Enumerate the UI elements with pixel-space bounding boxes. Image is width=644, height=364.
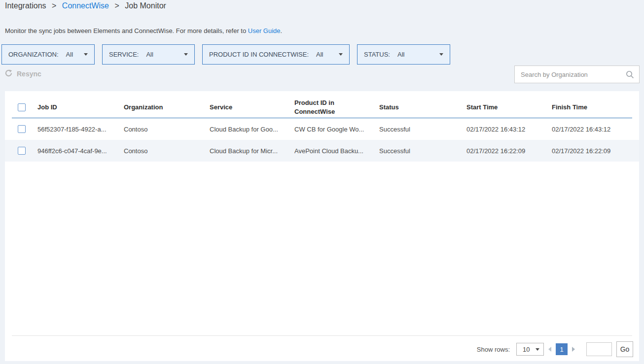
chevron-left-icon[interactable] xyxy=(548,347,551,352)
table-row: 56f52307-f185-4922-a... Contoso Cloud Ba… xyxy=(5,118,639,140)
cell-status: Successful xyxy=(379,126,466,133)
search-icon[interactable] xyxy=(626,70,634,79)
breadcrumb-connectwise-link[interactable]: ConnectWise xyxy=(62,1,109,10)
row-checkbox[interactable] xyxy=(18,147,26,155)
row-checkbox[interactable] xyxy=(18,125,26,133)
filter-service-label: SERVICE: xyxy=(109,51,139,58)
select-all-checkbox[interactable] xyxy=(18,103,26,111)
cell-service: Cloud Backup for Micr... xyxy=(210,147,294,155)
filter-status-label: STATUS: xyxy=(364,51,390,58)
show-rows-label: Show rows: xyxy=(477,346,510,353)
refresh-icon xyxy=(5,69,12,78)
cell-start-time: 02/17/2022 16:43:12 xyxy=(466,126,552,133)
cell-job-id: 946ff2c6-c047-4caf-9e... xyxy=(37,147,124,155)
filter-status[interactable]: STATUS: All xyxy=(357,44,450,65)
user-guide-link[interactable]: User Guide xyxy=(248,27,281,34)
caret-down-icon xyxy=(184,53,188,56)
page-jump-input[interactable] xyxy=(586,342,612,356)
cell-service: Cloud Backup for Goo... xyxy=(210,126,294,133)
column-header-status: Status xyxy=(379,103,466,112)
pagination-divider xyxy=(12,335,632,336)
job-table-panel: Job ID Organization Service Product ID i… xyxy=(5,91,639,361)
column-header-start-time: Start Time xyxy=(466,103,552,112)
caret-down-icon xyxy=(536,348,539,351)
resync-label: Resync xyxy=(17,70,41,78)
caret-down-icon xyxy=(439,53,443,56)
column-header-product-id-in-connectwise: Product ID in ConnectWise xyxy=(294,99,344,116)
current-page-badge[interactable]: 1 xyxy=(556,343,568,355)
search-input[interactable] xyxy=(515,71,626,78)
filter-organization-value: All xyxy=(66,51,73,58)
filter-product-id-in-connectwise[interactable]: PRODUCT ID IN CONNECTWISE: All xyxy=(202,44,350,65)
cell-job-id: 56f52307-f185-4922-a... xyxy=(37,126,124,133)
breadcrumb-job-monitor: Job Monitor xyxy=(125,1,166,10)
filter-service[interactable]: SERVICE: All xyxy=(102,44,195,65)
filter-service-value: All xyxy=(146,51,153,58)
description-text: Monitor the sync jobs between Elements a… xyxy=(5,27,248,34)
breadcrumb-integrations[interactable]: Integrations xyxy=(5,1,46,10)
filter-product-id-value: All xyxy=(316,51,323,58)
filter-organization[interactable]: ORGANIZATION: All xyxy=(1,44,95,65)
column-header-service: Service xyxy=(210,103,294,112)
column-header-finish-time: Finish Time xyxy=(552,103,632,112)
filter-product-id-label: PRODUCT ID IN CONNECTWISE: xyxy=(209,51,309,58)
go-button[interactable]: Go xyxy=(616,341,633,357)
table-header-row: Job ID Organization Service Product ID i… xyxy=(12,97,632,118)
table-row: 946ff2c6-c047-4caf-9e... Contoso Cloud B… xyxy=(5,140,639,162)
breadcrumb-separator: > xyxy=(52,1,56,10)
caret-down-icon xyxy=(84,53,88,56)
cell-organization: Contoso xyxy=(124,126,210,133)
cell-start-time: 02/17/2022 16:22:09 xyxy=(466,147,552,155)
filter-organization-label: ORGANIZATION: xyxy=(8,51,59,58)
cell-status: Successful xyxy=(379,147,466,155)
column-header-organization: Organization xyxy=(124,103,210,112)
chevron-right-icon[interactable] xyxy=(572,347,575,352)
breadcrumb-separator: > xyxy=(114,1,119,10)
description-suffix: . xyxy=(281,27,283,34)
page-description: Monitor the sync jobs between Elements a… xyxy=(5,27,282,34)
caret-down-icon xyxy=(339,53,343,56)
column-header-job-id: Job ID xyxy=(37,103,124,112)
cell-product-id-in-connectwise: CW CB for Google Wo... xyxy=(294,126,379,133)
cell-finish-time: 02/17/2022 16:43:12 xyxy=(552,126,632,133)
cell-finish-time: 02/17/2022 16:22:09 xyxy=(552,147,632,155)
cell-organization: Contoso xyxy=(124,147,210,155)
filter-status-value: All xyxy=(397,51,404,58)
pagination-bar: Show rows: 10 1 Go xyxy=(477,341,633,357)
resync-button[interactable]: Resync xyxy=(5,69,41,78)
cell-product-id-in-connectwise: AvePoint Cloud Backu... xyxy=(294,147,379,155)
filter-bar: ORGANIZATION: All SERVICE: All PRODUCT I… xyxy=(1,44,450,65)
rows-per-page-select[interactable]: 10 xyxy=(516,343,544,356)
breadcrumb: Integrations > ConnectWise > Job Monitor xyxy=(5,1,166,10)
rows-per-page-value: 10 xyxy=(523,346,530,353)
search-box xyxy=(514,66,640,83)
